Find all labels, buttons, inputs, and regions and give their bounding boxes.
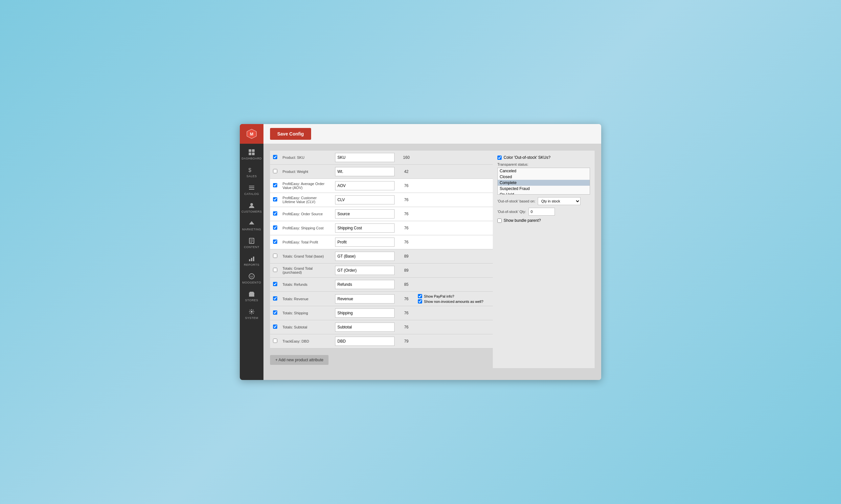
add-attribute-button[interactable]: + Add new product attribute (270, 355, 328, 365)
empty-cell (415, 277, 493, 292)
table-wrapper: Product: SKU160Product: Weight42ProfitEa… (270, 150, 493, 368)
row-checkbox[interactable] (273, 282, 277, 286)
show-bundle-row: Show bundle parent? (497, 218, 590, 223)
empty-cell (415, 150, 493, 165)
stores-icon (248, 290, 255, 298)
paypal-info-cell: Show PayPal info? Show non-invoiced amou… (415, 292, 493, 306)
row-number: 89 (397, 264, 415, 277)
svg-text:M: M (250, 275, 253, 278)
sidebar-item-sales[interactable]: $ SALES (240, 163, 263, 180)
oos-qty-input[interactable] (529, 208, 555, 216)
row-label: ProfitEasy: Customer Lifetime Value (CLV… (280, 193, 332, 207)
color-oos-checkbox[interactable] (497, 156, 502, 160)
header: Save Config (263, 124, 601, 144)
row-input[interactable] (335, 266, 395, 275)
row-checkbox[interactable] (273, 169, 277, 173)
sidebar-item-label: MARKETING (242, 228, 261, 231)
row-checkbox[interactable] (273, 197, 277, 201)
show-bundle-checkbox[interactable] (497, 218, 502, 223)
status-list-item[interactable]: Closed (498, 174, 590, 180)
row-input[interactable] (335, 280, 395, 289)
row-input[interactable] (335, 237, 395, 247)
status-list-item[interactable]: Suspected Fraud (498, 186, 590, 192)
row-input[interactable] (335, 195, 395, 204)
row-label: Totals: Refunds (280, 277, 332, 292)
row-checkbox[interactable] (273, 155, 277, 159)
svg-rect-4 (249, 152, 251, 155)
row-label: Product: Weight (280, 165, 332, 179)
transparent-status-label: Transparent status: (497, 162, 590, 166)
svg-rect-8 (249, 187, 254, 188)
table-section: Product: SKU160Product: Weight42ProfitEa… (270, 150, 595, 368)
row-checkbox[interactable] (273, 310, 277, 315)
svg-rect-13 (250, 239, 253, 240)
empty-cell (415, 207, 493, 221)
row-label: Totals: Subtotal (280, 320, 332, 335)
sidebar-item-label: CUSTOMERS (241, 210, 262, 213)
row-checkbox[interactable] (273, 325, 277, 329)
oos-based-on-select[interactable]: Qty in stock (538, 197, 581, 205)
row-input[interactable] (335, 308, 395, 318)
row-label: ProfitEasy: Total Profit (280, 235, 332, 249)
oos-based-on-label: 'Out-of-stock' based on: (497, 199, 535, 203)
status-list-item[interactable]: On Hold (498, 192, 590, 195)
svg-rect-15 (250, 242, 252, 243)
status-list-item[interactable]: Canceled (498, 168, 590, 174)
row-input[interactable] (335, 323, 395, 332)
row-input[interactable] (335, 181, 395, 190)
sidebar-item-reports[interactable]: REPORTS (240, 251, 263, 269)
empty-cell (415, 249, 493, 264)
row-checkbox[interactable] (273, 339, 277, 343)
sidebar-item-marketing[interactable]: MARKETING (240, 216, 263, 234)
svg-rect-2 (249, 149, 251, 152)
sidebar-item-moogento[interactable]: M MOOGENTO (240, 269, 263, 287)
empty-cell (415, 320, 493, 335)
svg-rect-7 (249, 186, 254, 186)
row-number: 76 (397, 179, 415, 193)
status-list[interactable]: CanceledClosedCompleteSuspected FraudOn … (497, 168, 590, 195)
svg-rect-9 (249, 189, 254, 190)
row-input[interactable] (335, 167, 395, 176)
status-list-item[interactable]: Complete (498, 180, 590, 186)
empty-cell (415, 179, 493, 193)
config-table: Product: SKU160Product: Weight42ProfitEa… (270, 150, 493, 348)
show-bundle-label: Show bundle parent? (504, 218, 541, 223)
sidebar-item-stores[interactable]: STORES (240, 287, 263, 305)
moogento-icon: M (248, 273, 255, 280)
row-input[interactable] (335, 209, 395, 218)
reports-icon (248, 255, 255, 262)
row-checkbox[interactable] (273, 226, 277, 230)
row-checkbox[interactable] (273, 239, 277, 244)
svg-rect-18 (253, 257, 254, 261)
empty-cell (415, 193, 493, 207)
dashboard-icon (248, 149, 255, 156)
sidebar-item-dashboard[interactable]: DASHBOARD (240, 145, 263, 163)
row-label: Totals: Grand Total (purchased) (280, 264, 332, 277)
row-checkbox[interactable] (273, 211, 277, 216)
sidebar-item-system[interactable]: SYSTEM (240, 305, 263, 322)
sidebar-item-customers[interactable]: CUSTOMERS (240, 198, 263, 216)
sidebar-item-content[interactable]: CONTENT (240, 234, 263, 251)
row-label: Totals: Revenue (280, 292, 332, 306)
row-checkbox[interactable] (273, 268, 277, 272)
svg-rect-21 (249, 293, 254, 296)
row-number: 160 (397, 150, 415, 165)
main-content: Save Config Product: SKU160Product: Weig… (263, 124, 601, 380)
row-input[interactable] (335, 252, 395, 261)
row-checkbox[interactable] (273, 254, 277, 258)
row-checkbox[interactable] (273, 183, 277, 187)
save-config-button[interactable]: Save Config (270, 128, 311, 140)
row-input[interactable] (335, 223, 395, 233)
row-input[interactable] (335, 337, 395, 346)
empty-cell (415, 264, 493, 277)
sidebar-item-catalog[interactable]: CATALOG (240, 180, 263, 198)
svg-rect-5 (252, 152, 255, 155)
oos-based-on-row: 'Out-of-stock' based on: Qty in stock (497, 197, 590, 205)
content-area: Product: SKU160Product: Weight42ProfitEa… (263, 144, 601, 380)
row-input[interactable] (335, 153, 395, 162)
sidebar-item-label: SYSTEM (245, 316, 258, 320)
svg-point-22 (251, 311, 253, 313)
row-input[interactable] (335, 294, 395, 304)
empty-cell (415, 221, 493, 235)
row-checkbox[interactable] (273, 296, 277, 301)
